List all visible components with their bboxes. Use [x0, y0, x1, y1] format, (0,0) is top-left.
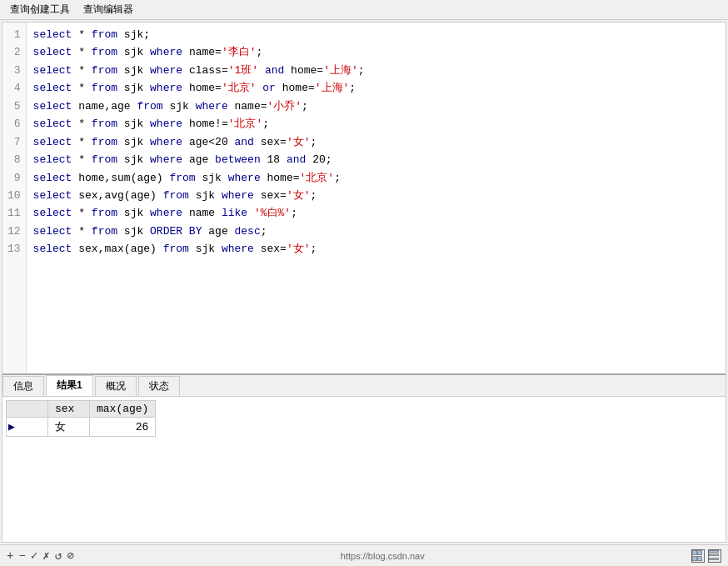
sql-string: '李白'	[222, 46, 257, 58]
line-number: 6	[7, 115, 21, 133]
sql-keyword: select	[33, 28, 72, 41]
remove-icon[interactable]: −	[18, 549, 25, 563]
code-line: select * from sjk where home!='北京';	[33, 115, 719, 133]
sql-text: ;	[349, 82, 356, 94]
sql-keyword: from	[92, 136, 117, 148]
line-number: 7	[7, 133, 21, 151]
sql-keyword: from	[92, 207, 117, 219]
grid-view-icon[interactable]	[691, 549, 705, 563]
sql-keyword: select	[33, 46, 72, 58]
sql-text: sjk	[117, 46, 150, 58]
sql-text: sex=	[254, 189, 287, 202]
cancel-icon[interactable]: ✗	[42, 548, 49, 563]
column-header: max(age)	[90, 401, 156, 418]
menu-item-query-editor[interactable]: 查询编辑器	[77, 1, 140, 18]
sql-keyword: select	[33, 100, 72, 113]
code-line: select name,age from sjk where name='小乔'…	[33, 98, 719, 115]
sql-text: *	[72, 46, 91, 58]
cell-sex: 女	[48, 418, 90, 437]
line-number: 4	[7, 79, 21, 97]
sql-string: '女'	[287, 243, 311, 255]
sql-keyword: select	[33, 207, 72, 219]
sql-text: sjk	[117, 136, 150, 148]
sql-keyword: where	[150, 64, 182, 77]
sql-text: sjk	[117, 64, 150, 77]
tab-result1[interactable]: 结果1	[46, 375, 93, 396]
tab-status[interactable]: 状态	[138, 376, 180, 396]
tab-overview[interactable]: 概况	[95, 376, 137, 396]
sql-keyword: select	[33, 136, 72, 148]
sql-keyword: where	[228, 172, 261, 184]
results-panel: 信息结果1概况状态 sexmax(age)▶女26	[2, 375, 726, 542]
sql-text: home=	[182, 82, 222, 94]
sql-text: *	[72, 225, 91, 238]
sql-text	[258, 64, 265, 77]
code-line: select sex,max(age) from sjk where sex='…	[33, 240, 719, 258]
sql-text: sjk	[117, 207, 150, 219]
sql-text: sjk	[117, 82, 150, 94]
sql-text	[247, 207, 254, 219]
status-url: https://blog.csdn.nav	[341, 551, 425, 561]
confirm-icon[interactable]: ✓	[31, 548, 37, 563]
sql-string: '上海'	[315, 82, 350, 94]
sql-text: ;	[334, 172, 341, 184]
code-line: select * from sjk ORDER BY age desc;	[33, 223, 719, 240]
line-number: 11	[7, 204, 21, 222]
sql-string: '小乔'	[267, 100, 302, 113]
code-line: select * from sjk where name='李白';	[33, 43, 719, 61]
sql-text: home=	[284, 64, 323, 77]
sql-text: sjk	[117, 225, 150, 238]
sql-text: ;	[262, 118, 269, 130]
result-table: sexmax(age)▶女26	[6, 400, 156, 437]
sql-keyword: ORDER BY	[150, 225, 202, 238]
code-line: select * from sjk where home='北京' or hom…	[33, 79, 719, 97]
sql-text: sjk	[163, 100, 196, 113]
stop-icon[interactable]: ⊘	[67, 548, 73, 563]
editor-area[interactable]: 12345678910111213 select * from sjk;sele…	[2, 23, 726, 375]
sql-text: name=	[228, 100, 267, 113]
sql-keyword: from	[92, 225, 117, 238]
sql-text: home,sum(age)	[72, 172, 169, 184]
sql-text: ;	[302, 100, 308, 113]
status-bar: +−✓✗↺⊘ https://blog.csdn.nav	[0, 544, 728, 566]
sql-string: '%白%'	[254, 207, 291, 219]
sql-keyword: from	[169, 172, 195, 184]
menu-bar: 查询创建工具 查询编辑器	[0, 0, 728, 20]
add-icon[interactable]: +	[7, 549, 13, 563]
line-number: 3	[7, 62, 21, 79]
code-line: select sex,avg(age) from sjk where sex='…	[33, 187, 719, 204]
tab-info[interactable]: 信息	[2, 376, 44, 396]
line-number: 2	[7, 43, 21, 61]
sql-keyword: select	[33, 118, 72, 130]
status-right-icons	[691, 549, 721, 563]
line-numbers: 12345678910111213	[2, 23, 27, 373]
sql-text: name,age	[72, 100, 137, 113]
sql-string: '女'	[287, 189, 311, 202]
sql-text: class=	[182, 64, 228, 77]
sql-keyword: where	[150, 118, 182, 130]
sql-text: *	[72, 207, 91, 219]
table-view-icon[interactable]	[708, 549, 721, 563]
sql-text: *	[72, 136, 91, 148]
sql-string: '北京'	[222, 82, 257, 94]
sql-keyword: select	[33, 172, 72, 184]
line-number: 1	[7, 26, 21, 43]
sql-keyword: from	[92, 82, 117, 94]
results-content: sexmax(age)▶女26	[2, 397, 726, 542]
sql-keyword: and	[287, 153, 306, 166]
code-content[interactable]: select * from sjk;select * from sjk wher…	[27, 23, 726, 373]
sql-text: age	[182, 153, 215, 166]
sql-string: '上海'	[323, 64, 358, 77]
sql-text: age	[202, 225, 234, 238]
sql-keyword: where	[150, 136, 182, 148]
sql-text: sjk;	[117, 28, 150, 41]
sql-string: '女'	[287, 136, 311, 148]
sql-text: sex=	[254, 243, 287, 255]
line-number: 9	[7, 169, 21, 187]
sql-keyword: like	[222, 207, 247, 219]
menu-item-query-builder[interactable]: 查询创建工具	[3, 1, 77, 18]
sql-keyword: from	[92, 64, 117, 77]
sql-text: name	[182, 207, 222, 219]
refresh-icon[interactable]: ↺	[55, 548, 62, 563]
sql-keyword: select	[33, 153, 72, 166]
